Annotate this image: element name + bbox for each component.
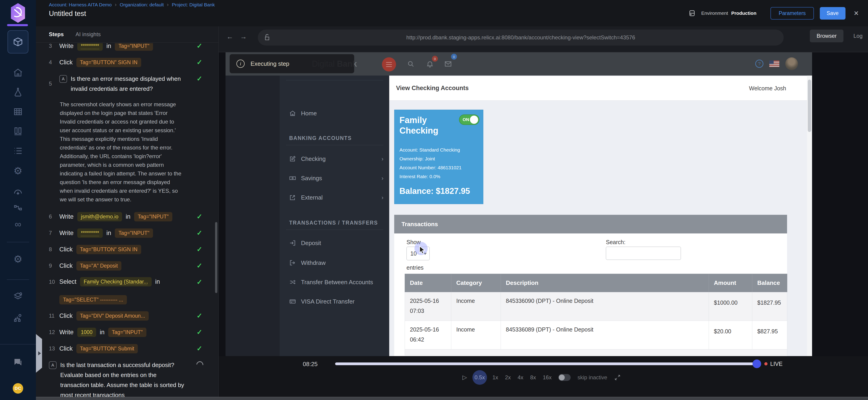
- col-header-date[interactable]: Date: [405, 274, 451, 292]
- environment-label: Environment: [701, 10, 728, 16]
- nav-section-divider: [0, 344, 36, 344]
- step-row[interactable]: 4 Click Tag="BUTTON" SIGN IN ✓: [49, 57, 218, 67]
- tab-log[interactable]: Log: [854, 33, 863, 39]
- help-chat-icon[interactable]: ?: [13, 357, 23, 367]
- cell-date: 2025-05-16 07:03: [405, 292, 451, 321]
- bank-menu-withdraw[interactable]: Withdraw: [280, 256, 389, 269]
- step-verb: Click: [59, 246, 73, 253]
- step-row[interactable]: 10 Select Family Checking (Standar... in…: [49, 277, 218, 305]
- speed-2x[interactable]: 2x: [505, 374, 510, 381]
- sidebar-item-org-settings[interactable]: [13, 313, 23, 323]
- url-bar[interactable]: http://prod.dbank.staging-apps.relicx.ai…: [258, 30, 784, 46]
- step-row[interactable]: 7 Write ********* in Tag="INPUT" ✓: [49, 228, 218, 238]
- hamburger-menu-button[interactable]: [382, 57, 396, 72]
- col-header-balance[interactable]: Balance: [752, 274, 787, 292]
- speed-1x[interactable]: 1x: [492, 374, 498, 381]
- cell-amount: $1000.00: [709, 292, 752, 321]
- save-button[interactable]: Save: [820, 7, 845, 20]
- bank-menu-transfer[interactable]: Transfer Between Accounts: [280, 276, 389, 288]
- step-row[interactable]: 6 Write jsmith@demo.io in Tag="INPUT" ✓: [49, 211, 218, 222]
- col-header-amount[interactable]: Amount: [709, 274, 752, 292]
- search-icon[interactable]: [407, 60, 415, 68]
- money-icon: [289, 175, 296, 181]
- harness-logo-icon[interactable]: [10, 2, 26, 23]
- fullscreen-icon[interactable]: [614, 374, 621, 381]
- sidebar-item-experiments-flask[interactable]: [13, 87, 23, 97]
- tab-browser[interactable]: Browser: [810, 30, 843, 42]
- assertion-text: Is there an error message displayed when…: [71, 74, 186, 94]
- breadcrumb-organization[interactable]: Organization: default: [120, 2, 164, 7]
- sidebar-item-active-module[interactable]: [7, 30, 28, 54]
- sidebar-item-layers-settings[interactable]: [13, 291, 23, 302]
- us-flag-icon[interactable]: [769, 60, 779, 67]
- bank-menu-savings[interactable]: Savings ›: [280, 172, 389, 184]
- steps-scrollbar[interactable]: [215, 222, 217, 293]
- parameters-button[interactable]: Parameters: [771, 7, 814, 20]
- tab-steps[interactable]: Steps: [49, 31, 64, 37]
- search-input[interactable]: [606, 247, 681, 260]
- step-target-chip: Tag="DIV" Deposit Amoun...: [76, 311, 149, 321]
- tab-ai-insights[interactable]: AI insights: [75, 31, 101, 37]
- sidebar-item-home[interactable]: [13, 67, 23, 78]
- sidebar-item-project-settings-gear-icon[interactable]: ⚙: [13, 254, 23, 264]
- bell-icon[interactable]: [426, 60, 434, 68]
- step-row[interactable]: 9 Click Tag="A" Deposit ✓: [49, 261, 218, 271]
- col-header-description[interactable]: Description: [501, 274, 709, 292]
- cell-category: Income: [451, 292, 501, 321]
- sidebar-item-boards[interactable]: [13, 126, 23, 137]
- account-toggle[interactable]: ON: [459, 114, 479, 125]
- speed-8x[interactable]: 8x: [530, 374, 536, 381]
- skip-inactive-toggle[interactable]: [558, 374, 570, 381]
- bank-menu-section: TRANSACTIONS / TRANSFERS: [289, 220, 378, 226]
- success-check-icon: ✓: [197, 75, 202, 83]
- step-row-assertion[interactable]: A Is the last transaction a successful d…: [49, 360, 218, 400]
- step-row[interactable]: 8 Click Tag="BUTTON" SIGN IN ✓: [49, 245, 218, 254]
- bank-scrollbar-thumb[interactable]: [808, 80, 811, 132]
- browser-back-icon[interactable]: ←: [226, 33, 233, 40]
- step-target-chip: Tag="BUTTON" SIGN IN: [76, 58, 141, 67]
- bank-user-avatar[interactable]: [785, 57, 798, 70]
- play-icon[interactable]: ▷: [462, 374, 467, 381]
- bank-scrollbar[interactable]: [807, 76, 812, 356]
- breadcrumb-account[interactable]: Account: Harness AITA Demo: [49, 2, 112, 7]
- bank-menu-section: BANKING ACCOUNTS: [289, 135, 352, 141]
- account-number: Account Number: 486131021: [399, 165, 462, 170]
- sidebar-item-agent-incognito[interactable]: [13, 186, 23, 197]
- notification-badge: 0: [432, 56, 438, 62]
- breadcrumb-project[interactable]: Project: Digital Bank: [172, 2, 215, 7]
- bank-menu-external[interactable]: External ›: [280, 191, 389, 204]
- playback-time: 08:25: [303, 361, 318, 368]
- success-check-icon: ✓: [197, 58, 202, 66]
- col-header-category[interactable]: Category: [451, 274, 501, 292]
- help-question-icon[interactable]: ?: [755, 60, 764, 68]
- sidebar-item-list[interactable]: [13, 146, 23, 156]
- chevron-right-icon: ›: [381, 175, 383, 182]
- mail-icon[interactable]: [444, 60, 452, 68]
- step-row[interactable]: 13 Click Tag="BUTTON" Submit ✓: [49, 344, 218, 353]
- step-row[interactable]: 3 Write ********* in Tag="INPUT" ✓: [49, 43, 218, 51]
- bank-menu-visa-transfer[interactable]: VISA Direct Transfer: [280, 295, 389, 308]
- user-avatar[interactable]: DC: [13, 383, 23, 394]
- bank-menu-checking[interactable]: Checking ›: [280, 152, 389, 165]
- bank-menu-deposit[interactable]: Deposit: [280, 237, 389, 249]
- panel-collapse-handle[interactable]: [36, 334, 42, 373]
- close-icon[interactable]: ✕: [854, 9, 859, 17]
- sidebar-item-grid[interactable]: [13, 107, 23, 117]
- step-number: 8: [49, 246, 56, 253]
- speed-0-5x[interactable]: 0.5x: [472, 370, 487, 385]
- step-row[interactable]: 11 Click Tag="DIV" Deposit Amoun... ✓: [49, 311, 218, 321]
- live-label: LIVE: [770, 361, 782, 367]
- step-row-assertion[interactable]: 5 A Is there an error message displayed …: [49, 74, 218, 94]
- playback-progress-bar[interactable]: [335, 363, 757, 365]
- bank-menu-home[interactable]: Home: [280, 107, 389, 120]
- sidebar-item-gitops-infinity-icon[interactable]: ∞: [13, 219, 23, 229]
- step-row[interactable]: 12 Write 1000 in Tag="INPUT" ✓: [49, 327, 218, 337]
- bottom-strip: [36, 397, 868, 400]
- speed-16x[interactable]: 16x: [543, 374, 552, 381]
- sidebar-item-pipelines[interactable]: [13, 202, 23, 213]
- sidebar-item-settings-gear-icon[interactable]: ⚙: [13, 166, 23, 176]
- chevron-right-icon: ›: [381, 155, 383, 163]
- browser-forward-icon[interactable]: →: [240, 33, 247, 40]
- speed-4x[interactable]: 4x: [518, 374, 523, 381]
- playback-knob[interactable]: [752, 360, 761, 368]
